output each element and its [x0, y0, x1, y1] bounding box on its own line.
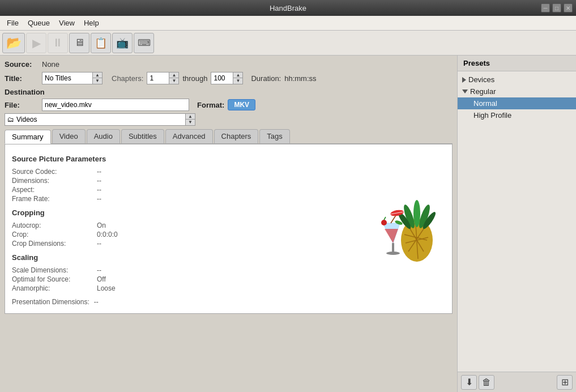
- maximize-button[interactable]: □: [552, 3, 561, 12]
- file-row: File: Format: MKV: [5, 99, 453, 111]
- tab-section: Summary Video Audio Subtitles Advanced C…: [5, 129, 453, 314]
- title-spin-buttons[interactable]: ▲ ▼: [93, 72, 103, 84]
- preview-button[interactable]: 📺: [112, 33, 133, 53]
- tab-advanced[interactable]: Advanced: [165, 129, 213, 143]
- format-button[interactable]: MKV: [228, 99, 255, 110]
- preset-high-profile[interactable]: High Profile: [458, 109, 576, 121]
- crop-dims-label: Crop Dimensions:: [12, 240, 97, 248]
- menu-view[interactable]: View: [54, 18, 79, 28]
- cropping-title: Cropping: [12, 208, 360, 217]
- tab-chapters[interactable]: Chapters: [214, 129, 259, 143]
- chapter-from-input[interactable]: [147, 72, 169, 84]
- chapter-from-spin-buttons[interactable]: ▲ ▼: [169, 72, 179, 84]
- file-label: File:: [5, 101, 39, 109]
- duration-label: Duration:: [251, 74, 281, 83]
- chapters-label: Chapters:: [112, 74, 143, 83]
- svg-point-7: [413, 200, 420, 227]
- presentation-label: Presentation Dimensions:: [12, 298, 89, 306]
- file-input[interactable]: [42, 99, 189, 111]
- minimize-button[interactable]: ─: [541, 3, 550, 12]
- title-row: Title: ▲ ▼ Chapters: ▲ ▼ through: [5, 72, 453, 84]
- queue-icon: 📋: [95, 37, 107, 49]
- terminal-button[interactable]: ⌨: [134, 33, 154, 53]
- activity-icon: 🖥: [74, 37, 84, 49]
- activity-button[interactable]: 🖥: [69, 33, 89, 53]
- chapter-to-spinner[interactable]: ▲ ▼: [211, 72, 243, 84]
- source-row: Source: None: [5, 60, 453, 69]
- folder-value: Videos: [16, 116, 37, 123]
- pause-icon: ⏸: [52, 36, 63, 49]
- titlebar: HandBrake ─ □ ✕: [0, 0, 576, 16]
- chapter-from-spin-down[interactable]: ▼: [169, 78, 178, 84]
- source-codec-label: Source Codec:: [12, 168, 97, 176]
- menu-queue[interactable]: Queue: [23, 18, 54, 28]
- folder-spin-up[interactable]: ▲: [186, 114, 195, 120]
- source-label: Source:: [5, 60, 39, 69]
- chapter-to-spin-up[interactable]: ▲: [233, 73, 242, 78]
- summary-panel: Source Picture Parameters Source Codec: …: [5, 144, 453, 314]
- queue-button[interactable]: 📋: [91, 33, 111, 53]
- title-spinner[interactable]: ▲ ▼: [42, 72, 103, 84]
- preset-action-left: ⬇ 🗑: [461, 375, 494, 390]
- delete-preset-button[interactable]: 🗑: [479, 375, 494, 390]
- add-preset-button[interactable]: ⬇: [461, 375, 477, 390]
- folder-spin-down[interactable]: ▼: [186, 120, 195, 125]
- options-preset-button[interactable]: ⊞: [557, 375, 573, 390]
- chapter-to-spin-down[interactable]: ▼: [233, 78, 242, 84]
- svg-point-14: [386, 252, 400, 255]
- frame-rate-label: Frame Rate:: [12, 195, 97, 203]
- preset-normal[interactable]: Normal: [458, 97, 576, 109]
- preset-group-devices: Devices: [458, 74, 576, 86]
- dimensions-label: Dimensions:: [12, 177, 97, 185]
- scaling-title: Scaling: [12, 253, 360, 262]
- source-params-title: Source Picture Parameters: [12, 155, 360, 163]
- title-label: Title:: [5, 74, 39, 83]
- window-controls[interactable]: ─ □ ✕: [541, 3, 573, 12]
- tab-audio[interactable]: Audio: [87, 129, 120, 143]
- title-spin-down[interactable]: ▼: [93, 78, 102, 84]
- aspect-value: --: [97, 186, 165, 194]
- crop-value: 0:0:0:0: [97, 231, 165, 238]
- chapter-from-spinner[interactable]: ▲ ▼: [147, 72, 179, 84]
- chapter-to-spin-buttons[interactable]: ▲ ▼: [233, 72, 243, 84]
- folder-input[interactable]: 🗂 Videos: [5, 113, 186, 126]
- anamorphic-value: Loose: [97, 284, 165, 292]
- folder-row: 🗂 Videos ▲ ▼: [5, 113, 453, 126]
- close-button[interactable]: ✕: [564, 3, 573, 12]
- main-container: Source: None Title: ▲ ▼ Chapters: ▲ ▼: [0, 56, 576, 392]
- devices-group-header[interactable]: Devices: [458, 74, 576, 86]
- chapter-from-spin-up[interactable]: ▲: [169, 73, 178, 78]
- regular-group-header[interactable]: Regular: [458, 86, 576, 97]
- regular-expand-icon: [462, 90, 468, 93]
- app-title: HandBrake: [270, 4, 306, 12]
- title-input[interactable]: [42, 72, 93, 84]
- crop-label: Crop:: [12, 231, 97, 238]
- pause-button[interactable]: ⏸: [48, 33, 68, 53]
- preset-action-right: ⊞: [557, 375, 573, 390]
- title-spin-up[interactable]: ▲: [93, 73, 102, 78]
- menu-help[interactable]: Help: [79, 18, 104, 28]
- tab-summary[interactable]: Summary: [5, 130, 51, 144]
- start-button[interactable]: ▶: [26, 33, 46, 53]
- tab-bar: Summary Video Audio Subtitles Advanced C…: [5, 129, 453, 144]
- folder-icon: 🗂: [7, 116, 14, 123]
- destination-section: Destination File: Format: MKV 🗂 Videos ▲…: [5, 88, 453, 126]
- source-button[interactable]: 📂: [2, 33, 25, 53]
- preview-image: [360, 151, 445, 306]
- tab-video[interactable]: Video: [52, 129, 86, 143]
- tab-subtitles[interactable]: Subtitles: [121, 129, 164, 143]
- tab-tags[interactable]: Tags: [259, 129, 289, 143]
- presets-toolbar: ⬇ 🗑 ⊞: [458, 372, 576, 392]
- optimal-value: Off: [97, 275, 165, 283]
- devices-expand-icon: [462, 77, 466, 83]
- chapter-to-input[interactable]: [211, 72, 233, 84]
- presets-panel: Presets Devices Regular Normal High Prof…: [457, 56, 576, 392]
- presets-title: Presets: [458, 56, 576, 71]
- toolbar: 📂 ▶ ⏸ 🖥 📋 📺 ⌨: [0, 31, 576, 56]
- svg-point-18: [381, 220, 387, 225]
- folder-spin-buttons[interactable]: ▲ ▼: [186, 113, 195, 126]
- preview-svg: [366, 192, 440, 271]
- source-params-grid: Source Codec: -- Dimensions: -- Aspect: …: [12, 168, 360, 203]
- autocrop-value: On: [97, 221, 165, 229]
- menu-file[interactable]: File: [2, 18, 23, 28]
